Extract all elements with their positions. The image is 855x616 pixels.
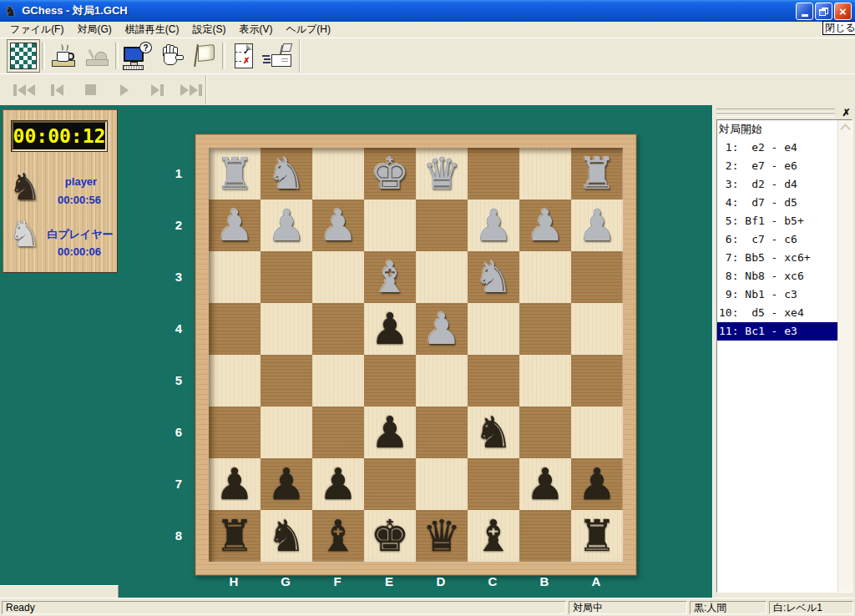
chess-piece-wQ[interactable]: ♛ (422, 148, 462, 199)
move-item-5[interactable]: 5: Bf1 - b5+ (717, 212, 838, 230)
wait-button[interactable] (154, 40, 187, 72)
chess-piece-wP[interactable]: ♟ (578, 199, 617, 251)
chess-piece-bP[interactable]: ♟ (578, 458, 617, 510)
square-c2[interactable]: ♟ (468, 199, 519, 251)
go-last-button[interactable] (177, 79, 205, 101)
square-g7[interactable]: ♟ (261, 458, 312, 510)
chess-piece-bP[interactable]: ♟ (319, 458, 358, 510)
move-item-4[interactable]: 4: d7 - d5 (717, 194, 838, 212)
play-button[interactable] (110, 79, 138, 101)
chess-piece-bN[interactable]: ♞ (474, 406, 514, 458)
square-f8[interactable]: ♝ (312, 510, 364, 562)
move-list-header[interactable]: 対局開始 (717, 120, 838, 139)
square-a6[interactable] (571, 406, 623, 458)
square-a2[interactable]: ♟ (571, 199, 623, 251)
chess-piece-bQ[interactable]: ♛ (422, 510, 462, 562)
square-e2[interactable] (364, 199, 416, 251)
panel-grip[interactable] (716, 113, 835, 117)
square-c6[interactable]: ♞ (468, 406, 519, 458)
square-a3[interactable] (571, 251, 623, 303)
menu-item-5[interactable]: ヘルプ(H) (279, 21, 337, 38)
square-c1[interactable] (468, 148, 519, 199)
square-h6[interactable] (209, 406, 261, 458)
square-a8[interactable]: ♜ (571, 510, 623, 562)
square-b5[interactable] (519, 355, 571, 406)
chess-piece-bB[interactable]: ♝ (474, 510, 514, 562)
square-g8[interactable]: ♞ (261, 510, 312, 562)
square-a1[interactable]: ♜ (571, 148, 623, 199)
scroll-up-icon[interactable] (840, 124, 851, 134)
square-h5[interactable] (209, 355, 261, 406)
square-h2[interactable]: ♟ (209, 199, 261, 251)
new-game-button[interactable] (7, 39, 40, 73)
stop-game-button[interactable] (80, 40, 114, 72)
square-d8[interactable]: ♛ (416, 510, 468, 562)
move-item-11[interactable]: 11: Bc1 - e3 (717, 322, 838, 341)
square-h4[interactable] (209, 303, 261, 355)
square-d2[interactable] (416, 199, 468, 251)
move-item-8[interactable]: 8: Nb8 - xc6 (717, 267, 838, 285)
start-game-button[interactable] (47, 40, 80, 72)
chess-piece-wP[interactable]: ♟ (526, 199, 565, 251)
square-h7[interactable]: ♟ (209, 458, 261, 510)
move-item-7[interactable]: 7: Bb5 - xc6+ (717, 249, 838, 267)
square-e4[interactable]: ♟ (364, 303, 416, 355)
menu-item-3[interactable]: 設定(S) (185, 21, 232, 38)
square-e6[interactable]: ♟ (364, 406, 416, 458)
square-a7[interactable]: ♟ (571, 458, 623, 510)
square-b8[interactable] (519, 510, 571, 562)
chess-piece-bP[interactable]: ♟ (526, 458, 565, 510)
panel-close-button[interactable]: ✗ (840, 107, 852, 119)
chess-piece-wP[interactable]: ♟ (474, 199, 514, 251)
square-b1[interactable] (519, 148, 571, 199)
chess-piece-bP[interactable]: ♟ (267, 458, 306, 510)
square-a5[interactable] (571, 355, 623, 406)
menu-item-2[interactable]: 棋譜再生(C) (119, 21, 186, 38)
square-h3[interactable] (209, 251, 261, 303)
square-d6[interactable] (416, 406, 468, 458)
square-a4[interactable] (571, 303, 623, 355)
square-f3[interactable] (312, 251, 364, 303)
step-forward-button[interactable] (144, 79, 171, 101)
chess-piece-wB[interactable]: ♝ (371, 251, 410, 303)
square-g5[interactable] (261, 355, 312, 406)
chess-piece-wN[interactable]: ♞ (474, 251, 514, 303)
chess-piece-bR[interactable]: ♜ (215, 510, 255, 562)
square-d7[interactable] (416, 458, 468, 510)
move-list-scrollbar[interactable] (837, 120, 852, 592)
menu-item-4[interactable]: 表示(V) (232, 21, 279, 38)
go-first-button[interactable] (10, 79, 38, 101)
square-d5[interactable] (416, 355, 468, 406)
square-e5[interactable] (364, 355, 416, 406)
square-g6[interactable] (261, 406, 312, 458)
square-b3[interactable] (519, 251, 571, 303)
chess-piece-bK[interactable]: ♚ (371, 510, 410, 562)
square-d3[interactable] (416, 251, 468, 303)
resign-button[interactable] (187, 40, 220, 72)
menu-item-0[interactable]: ファイル(F) (3, 21, 70, 38)
square-f5[interactable] (312, 355, 364, 406)
close-button[interactable]: × (834, 3, 852, 20)
square-c4[interactable] (468, 303, 519, 355)
move-item-1[interactable]: 1: e2 - e4 (717, 139, 838, 157)
chess-piece-bP[interactable]: ♟ (215, 458, 255, 510)
chess-piece-bN[interactable]: ♞ (267, 510, 306, 562)
move-item-2[interactable]: 2: e7 - e6 (717, 157, 838, 175)
move-item-3[interactable]: 3: d2 - d4 (717, 175, 838, 194)
square-f7[interactable]: ♟ (312, 458, 364, 510)
square-g1[interactable]: ♞ (261, 148, 312, 199)
chess-piece-wP[interactable]: ♟ (422, 303, 462, 355)
move-item-6[interactable]: 6: c7 - c6 (717, 230, 838, 249)
chess-piece-bB[interactable]: ♝ (319, 510, 358, 562)
chess-piece-bP[interactable]: ♟ (371, 303, 410, 355)
square-e1[interactable]: ♚ (364, 148, 416, 199)
square-b6[interactable] (519, 406, 571, 458)
stop-button[interactable] (77, 79, 104, 101)
square-e7[interactable] (364, 458, 416, 510)
square-c5[interactable] (468, 355, 519, 406)
square-f6[interactable] (312, 406, 364, 458)
move-item-10[interactable]: 10: d5 - xe4 (717, 304, 838, 322)
chess-piece-wP[interactable]: ♟ (215, 199, 255, 251)
square-e3[interactable]: ♝ (364, 251, 416, 303)
square-g4[interactable] (261, 303, 312, 355)
